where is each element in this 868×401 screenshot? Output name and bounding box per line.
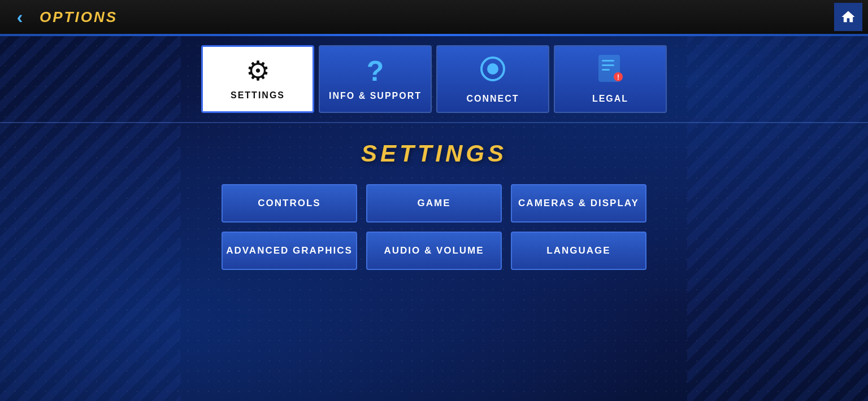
tab-navigation: ⚙ SETTINGS ? INFO & SUPPORT CONNECT !: [0, 36, 868, 113]
tab-connect-label: CONNECT: [466, 94, 519, 104]
home-icon: [840, 9, 856, 25]
controls-button[interactable]: CONTROLS: [222, 184, 357, 223]
back-button[interactable]: ‹: [6, 3, 34, 31]
audio-volume-label: AUDIO & VOLUME: [384, 245, 484, 256]
svg-rect-5: [602, 69, 610, 71]
controls-label: CONTROLS: [258, 198, 320, 209]
svg-rect-4: [602, 64, 614, 66]
game-label: GAME: [418, 198, 451, 209]
language-label: LANGUAGE: [546, 245, 610, 256]
settings-icon: ⚙: [246, 58, 270, 85]
tab-legal[interactable]: ! LEGAL: [554, 45, 667, 113]
advanced-graphics-label: ADVANCED GRAPHICS: [226, 245, 353, 256]
connect-icon: [478, 54, 507, 88]
tab-info-support-label: INFO & SUPPORT: [329, 91, 422, 101]
legal-icon: !: [597, 54, 624, 88]
audio-volume-button[interactable]: AUDIO & VOLUME: [366, 232, 502, 270]
settings-content: SETTINGS CONTROLS GAME CAMERAS & DISPLAY…: [0, 123, 868, 281]
game-button[interactable]: GAME: [366, 184, 502, 223]
svg-point-1: [487, 63, 498, 75]
tab-legal-label: LEGAL: [592, 94, 628, 104]
svg-rect-3: [602, 60, 614, 62]
header: ‹ OPTIONS: [0, 0, 868, 34]
tab-settings-label: SETTINGS: [231, 90, 285, 101]
home-button[interactable]: [834, 3, 862, 31]
advanced-graphics-button[interactable]: ADVANCED GRAPHICS: [222, 232, 357, 270]
cameras-display-button[interactable]: CAMERAS & DISPLAY: [511, 184, 646, 223]
language-button[interactable]: LANGUAGE: [511, 232, 646, 270]
tab-settings[interactable]: ⚙ SETTINGS: [201, 45, 314, 113]
tab-info-support[interactable]: ? INFO & SUPPORT: [319, 45, 432, 113]
page-title: OPTIONS: [34, 8, 834, 26]
settings-grid: CONTROLS GAME CAMERAS & DISPLAY ADVANCED…: [0, 184, 868, 270]
cameras-display-label: CAMERAS & DISPLAY: [518, 198, 639, 209]
back-chevron-icon: ‹: [17, 8, 23, 26]
settings-title: SETTINGS: [0, 140, 868, 167]
svg-text:!: !: [617, 73, 619, 81]
info-support-icon: ?: [367, 57, 384, 85]
tab-connect[interactable]: CONNECT: [436, 45, 549, 113]
